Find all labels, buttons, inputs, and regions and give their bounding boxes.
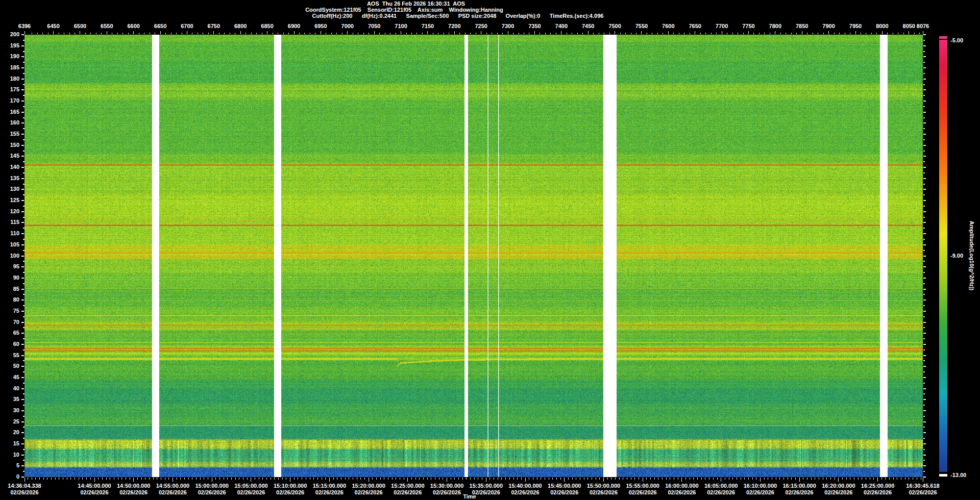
time-minor-tick [259,478,259,480]
time-minor-tick [224,478,224,480]
top-axis-minor-tick [476,33,476,34]
time-minor-tick [32,478,32,480]
top-axis-label: 6500 [74,23,86,29]
time-minor-tick [396,478,396,480]
freq-minor-tick [923,239,925,240]
top-axis-major-tick [882,31,883,34]
freq-minor-tick [923,117,925,118]
top-axis-minor-tick [818,33,818,34]
top-axis-minor-tick [727,33,727,34]
time-minor-tick [572,478,573,480]
top-axis-minor-tick [796,33,797,34]
freq-minor-tick [923,161,925,162]
time-minor-tick [306,478,306,480]
date-label: 02/26/2026 [890,489,956,495]
colorbar-title: Amplitude(Log10(g^2/Hz)) [969,221,975,291]
top-axis-minor-tick [834,33,835,34]
time-minor-tick [204,478,204,480]
time-minor-tick [145,478,145,480]
top-axis-minor-tick [85,33,86,34]
time-minor-tick [768,478,768,480]
top-axis-minor-tick [396,33,396,34]
time-minor-tick [584,478,584,480]
time-minor-tick [200,478,201,480]
time-minor-tick [349,478,349,480]
freq-axis-label: 70 [0,319,19,325]
top-axis-minor-tick [572,33,572,34]
time-minor-tick [458,478,459,480]
time-minor-tick [235,478,236,480]
top-axis-minor-tick [433,33,433,34]
time-minor-tick [278,478,279,480]
freq-axis-label: 5 [0,462,19,468]
top-axis-label: 6750 [208,23,220,29]
time-minor-tick [274,478,275,480]
time-minor-tick [286,478,286,480]
top-axis-minor-tick [845,33,845,34]
time-minor-tick [615,478,616,480]
top-axis-minor-tick [150,33,150,34]
freq-major-tick [923,256,926,257]
time-minor-tick [513,478,514,480]
top-axis-minor-tick [893,33,893,34]
time-minor-tick [807,478,807,480]
time-minor-tick [141,478,142,480]
freq-major-tick [21,333,24,334]
top-axis-minor-tick [48,33,48,34]
top-axis-minor-tick [385,33,385,34]
time-minor-tick [86,478,87,480]
top-axis-label: 7750 [742,23,754,29]
freq-axis-label: 85 [0,286,19,292]
top-axis-minor-tick [416,33,417,34]
top-axis-minor-tick [690,33,690,34]
freq-axis-label: 15 [0,440,19,446]
time-minor-tick [239,478,239,480]
freq-axis-label: 135 [0,175,19,181]
top-axis-minor-tick [609,33,610,34]
time-minor-tick [494,478,494,480]
time-minor-tick [815,478,815,480]
time-minor-tick [560,478,561,480]
top-axis-minor-tick [273,33,273,34]
time-minor-tick [137,478,138,480]
freq-major-tick [923,233,926,234]
time-minor-tick [717,478,718,480]
time-minor-tick [752,478,753,480]
freq-minor-tick [923,327,925,328]
freq-major-tick [923,244,926,245]
top-axis-major-tick [107,31,107,34]
freq-major-tick [21,189,24,190]
time-minor-tick [866,478,866,480]
top-axis-minor-tick [871,33,872,34]
time-minor-tick [529,478,529,480]
freq-major-tick [923,388,926,389]
time-minor-tick [466,478,467,480]
aos-spectrogram-window: AOS Thu 26 Feb 2026 16:30:31 AOS CoordSy… [0,0,980,500]
spectrogram-canvas[interactable] [24,35,923,477]
top-axis-minor-tick [75,33,75,34]
freq-axis-label: 140 [0,164,19,170]
time-minor-tick [302,478,302,480]
freq-minor-tick [923,206,925,207]
top-axis-minor-tick [246,33,246,34]
time-minor-tick [266,478,267,480]
freq-major-tick [923,355,926,356]
time-minor-tick [509,478,510,480]
freq-axis-label: 190 [0,53,19,59]
freq-minor-tick [923,460,925,461]
top-axis-minor-tick [379,33,380,34]
top-axis-major-tick [909,31,909,34]
top-axis-minor-tick [625,33,626,34]
freq-minor-tick [923,62,925,63]
top-axis-minor-tick [219,33,219,34]
time-label: 14:36:04.338 [0,483,58,489]
time-minor-tick [854,478,854,480]
time-minor-tick [705,478,705,480]
top-axis-label: 7050 [368,23,380,29]
time-minor-tick [783,478,784,480]
top-axis-minor-tick [465,33,465,34]
time-minor-tick [215,478,216,480]
top-axis-minor-tick [556,33,556,34]
time-minor-tick [404,478,404,480]
top-axis-major-tick [534,31,535,34]
